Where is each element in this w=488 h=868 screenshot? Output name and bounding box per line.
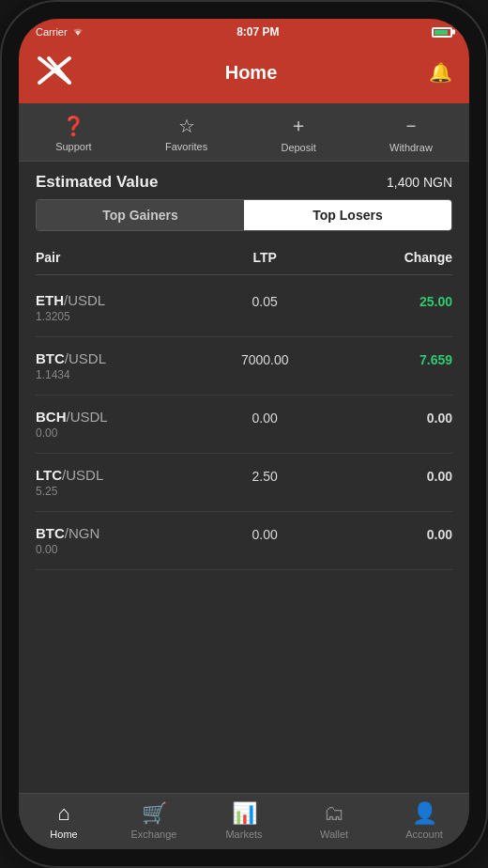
pair-cell: ETH/USDL 1.3205 <box>36 292 203 323</box>
bottom-nav-account[interactable]: 👤 Account <box>379 801 469 840</box>
table-row[interactable]: BCH/USDL 0.00 0.00 0.00 <box>36 395 452 454</box>
home-label: Home <box>50 829 77 840</box>
col-header-pair: Pair <box>36 250 203 265</box>
nav-withdraw[interactable]: － Withdraw <box>389 113 433 153</box>
pair-sub: 1.1434 <box>36 368 203 381</box>
estimated-section: Estimated Value 1,400 NGN <box>19 162 469 199</box>
estimated-value: 1,400 NGN <box>387 175 452 190</box>
pair-cell: BTC/NGN 0.00 <box>36 525 203 556</box>
phone-screen: Carrier 8:07 PM <box>19 19 469 849</box>
support-label: Support <box>55 141 92 152</box>
nav-deposit[interactable]: ＋ Deposit <box>281 113 315 153</box>
pair-sub: 0.00 <box>36 543 203 556</box>
exchange-icon: 🛒 <box>142 801 167 826</box>
ltp-cell: 7000.00 <box>203 350 328 367</box>
change-cell: 25.00 <box>328 292 452 309</box>
change-cell: 0.00 <box>328 409 452 426</box>
col-header-change: Change <box>328 250 452 265</box>
pair-sub: 5.25 <box>36 485 203 498</box>
logo <box>36 54 73 90</box>
pair-sub: 0.00 <box>36 426 203 440</box>
ltp-cell: 0.05 <box>203 292 328 309</box>
bell-icon[interactable]: 🔔 <box>429 61 452 84</box>
table-header: Pair LTP Change <box>36 242 452 275</box>
tab-losers[interactable]: Top Losers <box>244 200 451 230</box>
support-icon: ❓ <box>62 115 85 137</box>
bottom-nav-home[interactable]: ⌂ Home <box>19 801 109 840</box>
deposit-icon: ＋ <box>289 113 308 138</box>
status-right <box>432 27 452 38</box>
deposit-label: Deposit <box>281 142 315 153</box>
account-label: Account <box>405 829 443 840</box>
status-bar: Carrier 8:07 PM <box>19 19 469 45</box>
exchange-label: Exchange <box>131 829 177 840</box>
pair-cell: LTC/USDL 5.25 <box>36 467 203 498</box>
withdraw-label: Withdraw <box>389 142 433 153</box>
account-icon: 👤 <box>412 801 437 826</box>
pair-quote: /USDL <box>65 350 106 366</box>
pair-main: BTC/NGN <box>36 525 203 541</box>
ltp-cell: 0.00 <box>203 409 328 426</box>
tabs-row: Top Gainers Top Losers <box>36 199 452 231</box>
pair-base: LTC <box>36 467 62 483</box>
wallet-label: Wallet <box>320 829 348 840</box>
quick-nav-row: ❓ Support ☆ Favorites ＋ Deposit － Withdr… <box>19 103 469 162</box>
pair-base: BTC <box>36 525 65 541</box>
nav-support[interactable]: ❓ Support <box>55 115 92 152</box>
bottom-nav: ⌂ Home 🛒 Exchange 📊 Markets 🗂 Wallet 👤 A… <box>19 793 469 849</box>
favorites-label: Favorites <box>165 141 207 152</box>
withdraw-icon: － <box>402 113 420 138</box>
carrier-text: Carrier <box>36 26 68 38</box>
logo-icon <box>36 54 73 86</box>
table-row[interactable]: BTC/NGN 0.00 0.00 0.00 <box>36 512 452 570</box>
bottom-nav-wallet[interactable]: 🗂 Wallet <box>289 801 379 840</box>
ltp-cell: 2.50 <box>203 467 328 484</box>
carrier-label: Carrier <box>36 26 84 38</box>
bottom-nav-markets[interactable]: 📊 Markets <box>199 801 289 840</box>
pair-cell: BCH/USDL 0.00 <box>36 409 203 440</box>
table-container: Pair LTP Change ETH/USDL 1.3205 0.05 25.… <box>19 242 469 793</box>
home-icon: ⌂ <box>57 801 69 826</box>
wallet-icon: 🗂 <box>324 801 344 826</box>
pair-sub: 1.3205 <box>36 310 203 323</box>
bottom-nav-exchange[interactable]: 🛒 Exchange <box>109 801 199 840</box>
markets-icon: 📊 <box>232 801 257 826</box>
favorites-icon: ☆ <box>178 115 195 137</box>
pair-base: BTC <box>36 350 65 366</box>
change-cell: 0.00 <box>328 467 452 484</box>
svg-line-2 <box>39 70 54 83</box>
change-cell: 7.659 <box>328 350 452 367</box>
table-row[interactable]: LTC/USDL 5.25 2.50 0.00 <box>36 454 452 512</box>
pair-quote: /USDL <box>64 292 105 308</box>
ltp-cell: 0.00 <box>203 525 328 542</box>
pair-base: BCH <box>36 409 67 425</box>
pair-main: BTC/USDL <box>36 350 203 366</box>
status-time: 8:07 PM <box>236 25 279 39</box>
pair-main: BCH/USDL <box>36 409 203 425</box>
header-title: Home <box>225 62 278 84</box>
nav-favorites[interactable]: ☆ Favorites <box>165 115 207 152</box>
tab-gainers[interactable]: Top Gainers <box>37 200 244 230</box>
wifi-icon <box>71 27 84 37</box>
change-cell: 0.00 <box>328 525 452 542</box>
battery-fill <box>435 30 448 35</box>
pair-base: ETH <box>36 292 64 308</box>
app-header: Home 🔔 <box>19 45 469 103</box>
pair-quote: /USDL <box>62 467 103 483</box>
pair-main: LTC/USDL <box>36 467 203 483</box>
battery-icon <box>432 27 452 38</box>
markets-label: Markets <box>225 829 262 840</box>
pair-main: ETH/USDL <box>36 292 203 308</box>
col-header-ltp: LTP <box>203 250 328 265</box>
pair-cell: BTC/USDL 1.1434 <box>36 350 203 381</box>
pair-quote: /USDL <box>67 409 108 425</box>
pair-quote: /NGN <box>65 525 100 541</box>
phone-shell: Carrier 8:07 PM <box>0 0 488 868</box>
estimated-label: Estimated Value <box>36 173 158 192</box>
table-row[interactable]: BTC/USDL 1.1434 7000.00 7.659 <box>36 337 452 395</box>
table-row[interactable]: ETH/USDL 1.3205 0.05 25.00 <box>36 279 452 337</box>
